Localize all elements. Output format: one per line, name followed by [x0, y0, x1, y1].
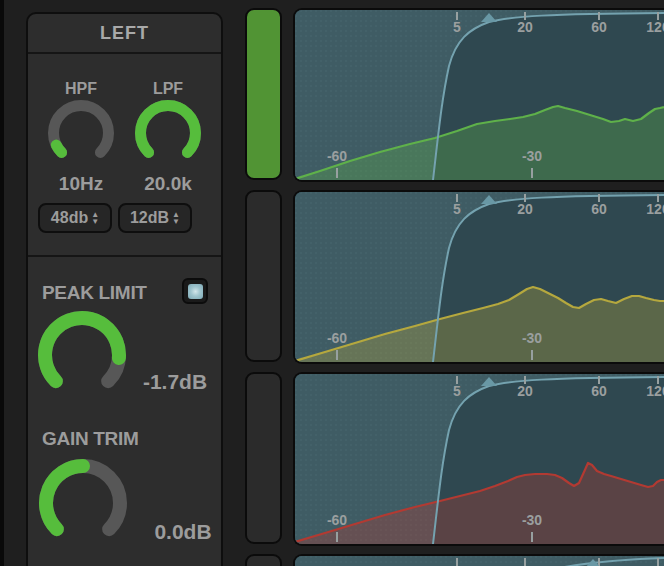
lpf-slope-value: 12dB	[130, 209, 169, 227]
peak-limit-toggle[interactable]	[182, 278, 208, 304]
section-divider	[28, 255, 221, 257]
hpf-slope-select[interactable]: 48db ▲▼	[38, 203, 112, 233]
freq-tick-label: 120	[646, 383, 664, 399]
level-tick	[531, 168, 533, 178]
channel-header: LEFT	[28, 14, 221, 54]
level-tick-label: -60	[327, 512, 347, 528]
level-tick-label: -30	[522, 330, 542, 346]
channel-panel-left: LEFT HPF LPF 10Hz 20.0k 48db ▲▼ 12dB ▲▼ …	[26, 12, 223, 566]
lpf-slope-select[interactable]: 12dB ▲▼	[118, 203, 192, 233]
freq-tick-label: 60	[591, 201, 607, 217]
peak-limit-label: PEAK LIMIT	[42, 282, 147, 304]
crossover-marker-icon[interactable]	[481, 377, 497, 386]
level-tick	[531, 350, 533, 360]
crossover-marker-icon[interactable]	[585, 559, 601, 566]
gain-trim-label: GAIN TRIM	[42, 428, 139, 450]
spectrum-graph-band-high: 52060120-60-30	[293, 372, 664, 546]
peak-limit-knob[interactable]	[37, 310, 127, 400]
lpf-label: LPF	[134, 80, 202, 98]
freq-tick-label: 20	[517, 19, 533, 35]
freq-tick-label: 5	[453, 19, 461, 35]
freq-tick-label: 120	[646, 201, 664, 217]
level-tick-label: -60	[327, 330, 347, 346]
crossover-marker-icon[interactable]	[481, 195, 497, 204]
hpf-slope-value: 48db	[51, 209, 88, 227]
level-meter-band-2	[245, 190, 282, 362]
level-meter-band-4	[245, 554, 282, 566]
spectrum-graph-band-4: 52060120-60-30	[293, 554, 664, 566]
peak-limit-value: -1.7dB	[130, 370, 220, 394]
level-meter-band-1	[245, 8, 282, 180]
hpf-value: 10Hz	[47, 173, 115, 195]
freq-tick-label: 60	[591, 383, 607, 399]
freq-tick-label: 20	[517, 383, 533, 399]
freq-tick-label: 5	[453, 383, 461, 399]
level-meter-band-3	[245, 372, 282, 544]
spectrum-graph-band-low: 52060120-60-30	[293, 8, 664, 182]
gain-trim-value: 0.0dB	[138, 520, 228, 544]
speaker-processor-app: { "channel": { "title": "LEFT", "hpf": {…	[0, 0, 664, 566]
freq-tick-label: 5	[453, 201, 461, 217]
level-tick-label: -30	[522, 512, 542, 528]
freq-tick-label: 120	[646, 19, 664, 35]
channel-title: LEFT	[100, 23, 149, 44]
hpf-label: HPF	[47, 80, 115, 98]
freq-tick-label: 60	[591, 19, 607, 35]
hpf-knob[interactable]	[47, 99, 115, 167]
level-tick	[336, 350, 338, 360]
level-tick	[336, 532, 338, 542]
crossover-marker-icon[interactable]	[481, 13, 497, 22]
level-tick	[336, 168, 338, 178]
level-tick	[531, 532, 533, 542]
gain-trim-knob[interactable]	[38, 458, 128, 548]
lpf-knob[interactable]	[134, 99, 202, 167]
peak-limit-toggle-light	[188, 284, 203, 299]
spectrum-graph-band-mid: 52060120-60-30	[293, 190, 664, 364]
updown-arrows-icon: ▲▼	[91, 211, 99, 225]
level-tick-label: -30	[522, 148, 542, 164]
level-tick-label: -60	[327, 148, 347, 164]
updown-arrows-icon: ▲▼	[172, 211, 180, 225]
freq-tick-label: 20	[517, 201, 533, 217]
lpf-value: 20.0k	[134, 173, 202, 195]
window-edge	[0, 0, 4, 566]
